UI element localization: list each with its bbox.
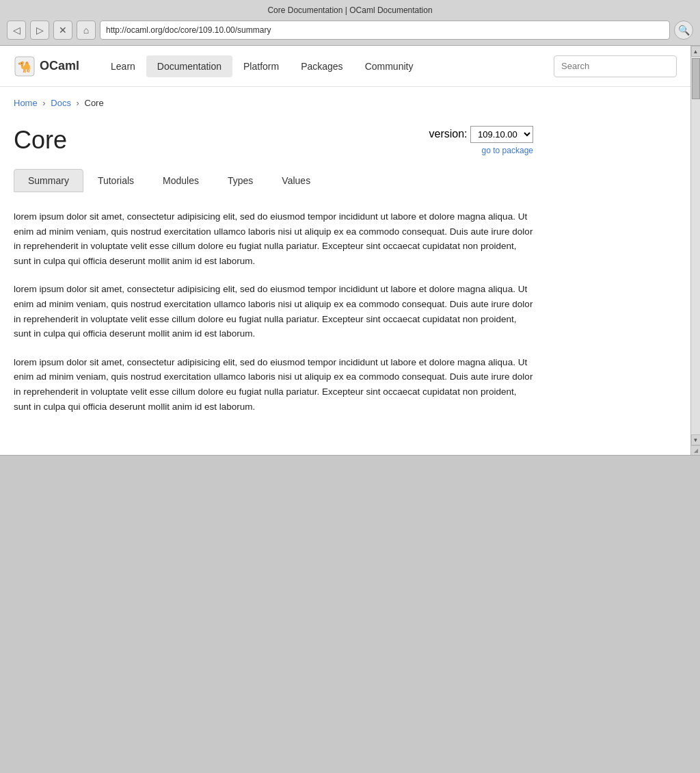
browser-search-button[interactable]: 🔍 xyxy=(674,21,693,40)
browser-chrome: Core Documentation | OCaml Documentation… xyxy=(0,0,700,46)
forward-button[interactable]: ▷ xyxy=(30,21,49,40)
breadcrumb-current: Core xyxy=(85,98,104,108)
tab-summary[interactable]: Summary xyxy=(14,169,83,192)
go-to-package-link[interactable]: go to package xyxy=(429,146,533,155)
search-input[interactable] xyxy=(554,55,677,77)
logo[interactable]: 🐪 OCaml xyxy=(14,55,79,77)
breadcrumb-sep-1: › xyxy=(42,98,45,108)
browser-title: Core Documentation | OCaml Documentation xyxy=(7,5,693,15)
content-paragraph-3: lorem ipsum dolor sit amet, consectetur … xyxy=(14,355,533,414)
scrollbar-corner: ◢ xyxy=(691,445,701,455)
package-header: Core version: 109.10.00 go to package xyxy=(14,126,533,155)
address-bar[interactable] xyxy=(100,21,670,40)
bottom-bar xyxy=(0,455,700,469)
scrollbar-thumb[interactable] xyxy=(692,58,700,99)
nav-link-packages[interactable]: Packages xyxy=(290,55,353,77)
content-paragraph-2: lorem ipsum dolor sit amet, consectetur … xyxy=(14,282,533,341)
nav-link-platform[interactable]: Platform xyxy=(232,55,290,77)
main-nav: 🐪 OCaml Learn Documentation Platform Pac… xyxy=(0,46,690,87)
tab-values[interactable]: Values xyxy=(267,169,325,192)
breadcrumb-sep-2: › xyxy=(77,98,79,108)
logo-text: OCaml xyxy=(40,59,79,73)
svg-text:🐪: 🐪 xyxy=(18,60,31,73)
nav-link-documentation[interactable]: Documentation xyxy=(146,55,232,77)
ocaml-logo-icon: 🐪 xyxy=(14,55,36,77)
breadcrumb-docs[interactable]: Docs xyxy=(51,98,71,108)
nav-link-learn[interactable]: Learn xyxy=(100,55,146,77)
scrollbar[interactable]: ▲ ▼ ◢ xyxy=(690,46,700,455)
scrollbar-down-arrow[interactable]: ▼ xyxy=(691,434,701,445)
version-label: version: xyxy=(429,128,468,140)
page-wrapper: 🐪 OCaml Learn Documentation Platform Pac… xyxy=(0,46,690,455)
package-title: Core xyxy=(14,126,67,155)
content-paragraph-1: lorem ipsum dolor sit amet, consectetur … xyxy=(14,209,533,268)
nav-links: Learn Documentation Platform Packages Co… xyxy=(100,55,554,77)
version-area: version: 109.10.00 go to package xyxy=(429,126,533,155)
browser-content: 🐪 OCaml Learn Documentation Platform Pac… xyxy=(0,46,700,455)
breadcrumb-home[interactable]: Home xyxy=(14,98,38,108)
back-button[interactable]: ◁ xyxy=(7,21,26,40)
tab-types[interactable]: Types xyxy=(213,169,267,192)
nav-link-community[interactable]: Community xyxy=(354,55,425,77)
browser-toolbar: ◁ ▷ ✕ ⌂ 🔍 xyxy=(7,21,693,40)
version-select[interactable]: 109.10.00 xyxy=(470,126,533,143)
content-tabs: Summary Tutorials Modules Types Values xyxy=(14,169,533,193)
close-button[interactable]: ✕ xyxy=(53,21,72,40)
content-area: Core version: 109.10.00 go to package Su… xyxy=(0,119,547,455)
home-button[interactable]: ⌂ xyxy=(77,21,96,40)
tab-tutorials[interactable]: Tutorials xyxy=(83,169,148,192)
breadcrumb: Home › Docs › Core xyxy=(0,87,690,119)
tab-modules[interactable]: Modules xyxy=(148,169,213,192)
scrollbar-up-arrow[interactable]: ▲ xyxy=(691,46,701,57)
scrollbar-track[interactable] xyxy=(691,57,700,434)
